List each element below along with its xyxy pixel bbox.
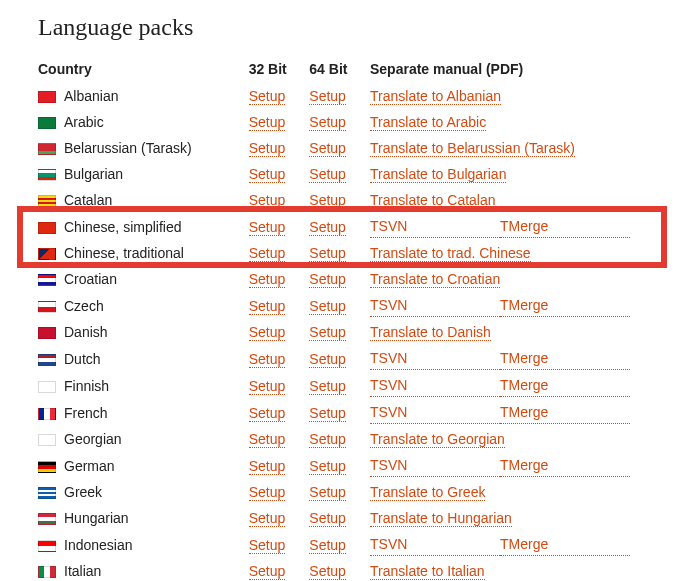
flag-icon xyxy=(38,540,56,552)
tsvn-link[interactable]: TSVN xyxy=(370,347,500,370)
cell-manual: TSVNTMerge xyxy=(370,213,638,240)
setup-64-link[interactable]: Setup xyxy=(309,510,346,527)
country-cell: Greek xyxy=(38,479,249,505)
setup-64-link[interactable]: Setup xyxy=(309,405,346,422)
setup-64-link[interactable]: Setup xyxy=(309,537,346,554)
setup-64-link[interactable]: Setup xyxy=(309,166,346,183)
setup-32-link[interactable]: Setup xyxy=(249,405,286,422)
setup-64-link[interactable]: Setup xyxy=(309,140,346,157)
setup-32-link[interactable]: Setup xyxy=(249,140,286,157)
translate-link[interactable]: Translate to Arabic xyxy=(370,114,486,131)
setup-64-link[interactable]: Setup xyxy=(309,114,346,131)
cell-32bit: Setup xyxy=(249,135,310,161)
country-name: Greek xyxy=(64,484,102,500)
cell-64bit: Setup xyxy=(309,240,370,266)
table-row: Chinese, traditionalSetupSetupTranslate … xyxy=(38,240,638,266)
setup-32-link[interactable]: Setup xyxy=(249,324,286,341)
setup-64-link[interactable]: Setup xyxy=(309,271,346,288)
setup-64-link[interactable]: Setup xyxy=(309,324,346,341)
country-name: Dutch xyxy=(64,351,101,367)
translate-link[interactable]: Translate to Albanian xyxy=(370,88,501,105)
translate-link[interactable]: Translate to Danish xyxy=(370,324,491,341)
translate-link[interactable]: Translate to Hungarian xyxy=(370,510,512,527)
table-row: Belarussian (Tarask)SetupSetupTranslate … xyxy=(38,135,638,161)
country-cell: Czech xyxy=(38,292,249,319)
flag-icon xyxy=(38,381,56,393)
setup-64-link[interactable]: Setup xyxy=(309,378,346,395)
tmerge-link[interactable]: TMerge xyxy=(500,374,630,397)
table-row: DanishSetupSetupTranslate to Danish xyxy=(38,319,638,345)
setup-32-link[interactable]: Setup xyxy=(249,245,286,262)
setup-64-link[interactable]: Setup xyxy=(309,563,346,580)
setup-64-link[interactable]: Setup xyxy=(309,484,346,501)
setup-32-link[interactable]: Setup xyxy=(249,351,286,368)
setup-32-link[interactable]: Setup xyxy=(249,563,286,580)
setup-64-link[interactable]: Setup xyxy=(309,192,346,209)
translate-link[interactable]: Translate to Italian xyxy=(370,563,485,580)
tsvn-link[interactable]: TSVN xyxy=(370,374,500,397)
tsvn-link[interactable]: TSVN xyxy=(370,533,500,556)
setup-32-link[interactable]: Setup xyxy=(249,219,286,236)
translate-link[interactable]: Translate to Croatian xyxy=(370,271,500,288)
setup-32-link[interactable]: Setup xyxy=(249,192,286,209)
tmerge-link[interactable]: TMerge xyxy=(500,401,630,424)
col-country: Country xyxy=(38,57,249,83)
setup-32-link[interactable]: Setup xyxy=(249,458,286,475)
tsvn-link[interactable]: TSVN xyxy=(370,454,500,477)
setup-64-link[interactable]: Setup xyxy=(309,351,346,368)
setup-32-link[interactable]: Setup xyxy=(249,166,286,183)
flag-icon xyxy=(38,487,56,499)
translate-link[interactable]: Translate to Catalan xyxy=(370,192,496,209)
cell-64bit: Setup xyxy=(309,452,370,479)
cell-32bit: Setup xyxy=(249,83,310,109)
cell-manual: Translate to Danish xyxy=(370,319,638,345)
country-cell: Dutch xyxy=(38,345,249,372)
cell-manual: Translate to Arabic xyxy=(370,109,638,135)
tsvn-link[interactable]: TSVN xyxy=(370,215,500,238)
setup-32-link[interactable]: Setup xyxy=(249,378,286,395)
cell-64bit: Setup xyxy=(309,161,370,187)
setup-64-link[interactable]: Setup xyxy=(309,88,346,105)
translate-link[interactable]: Translate to Georgian xyxy=(370,431,505,448)
translate-link[interactable]: Translate to Bulgarian xyxy=(370,166,506,183)
setup-32-link[interactable]: Setup xyxy=(249,431,286,448)
country-cell: German xyxy=(38,452,249,479)
cell-32bit: Setup xyxy=(249,505,310,531)
country-cell: Danish xyxy=(38,319,249,345)
flag-icon xyxy=(38,327,56,339)
cell-manual: TSVNTMerge xyxy=(370,372,638,399)
setup-32-link[interactable]: Setup xyxy=(249,298,286,315)
setup-32-link[interactable]: Setup xyxy=(249,88,286,105)
setup-64-link[interactable]: Setup xyxy=(309,298,346,315)
tmerge-link[interactable]: TMerge xyxy=(500,294,630,317)
tsvn-link[interactable]: TSVN xyxy=(370,401,500,424)
setup-64-link[interactable]: Setup xyxy=(309,219,346,236)
country-name: Hungarian xyxy=(64,510,129,526)
setup-64-link[interactable]: Setup xyxy=(309,245,346,262)
cell-64bit: Setup xyxy=(309,187,370,213)
tmerge-link[interactable]: TMerge xyxy=(500,533,630,556)
setup-32-link[interactable]: Setup xyxy=(249,271,286,288)
setup-64-link[interactable]: Setup xyxy=(309,458,346,475)
tmerge-link[interactable]: TMerge xyxy=(500,215,630,238)
translate-link[interactable]: Translate to trad. Chinese xyxy=(370,245,531,262)
cell-32bit: Setup xyxy=(249,109,310,135)
setup-32-link[interactable]: Setup xyxy=(249,510,286,527)
country-name: French xyxy=(64,405,108,421)
setup-32-link[interactable]: Setup xyxy=(249,484,286,501)
setup-32-link[interactable]: Setup xyxy=(249,537,286,554)
cell-32bit: Setup xyxy=(249,452,310,479)
country-name: Albanian xyxy=(64,88,119,104)
cell-manual: Translate to Greek xyxy=(370,479,638,505)
country-cell: Finnish xyxy=(38,372,249,399)
translate-link[interactable]: Translate to Belarussian (Tarask) xyxy=(370,140,575,157)
setup-32-link[interactable]: Setup xyxy=(249,114,286,131)
flag-icon xyxy=(38,222,56,234)
tmerge-link[interactable]: TMerge xyxy=(500,347,630,370)
setup-64-link[interactable]: Setup xyxy=(309,431,346,448)
cell-manual: Translate to Belarussian (Tarask) xyxy=(370,135,638,161)
tmerge-link[interactable]: TMerge xyxy=(500,454,630,477)
cell-64bit: Setup xyxy=(309,372,370,399)
tsvn-link[interactable]: TSVN xyxy=(370,294,500,317)
translate-link[interactable]: Translate to Greek xyxy=(370,484,485,501)
